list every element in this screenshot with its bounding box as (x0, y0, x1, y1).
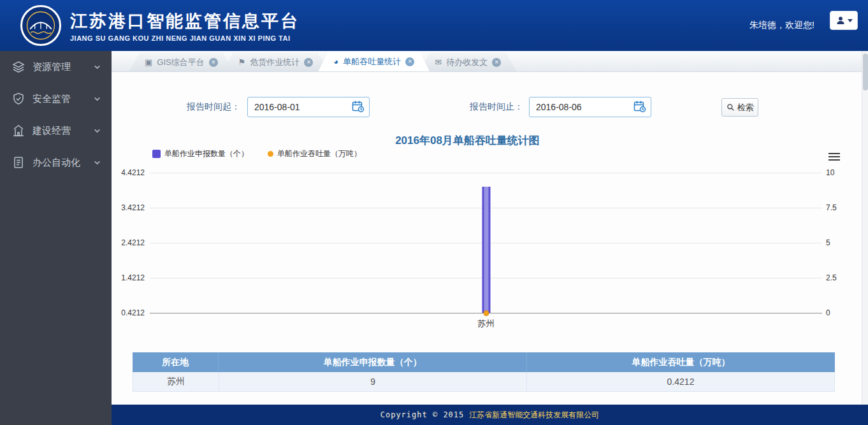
search-icon (727, 103, 735, 112)
left-axis-tick: 2.4212 (114, 238, 145, 247)
close-icon[interactable]: × (405, 57, 414, 66)
chevron-down-icon (93, 63, 101, 71)
left-axis-tick: 0.4212 (114, 308, 145, 317)
chart-toolbox-menu-icon[interactable] (828, 153, 840, 162)
layers-icon (11, 60, 25, 74)
company-name: 江苏省新通智能交通科技发展有限公司 (469, 410, 599, 421)
close-icon[interactable]: × (304, 58, 313, 67)
mail-icon: ✉ (435, 57, 442, 67)
sidebar-item-safety-supervision[interactable]: 安全监管 (0, 83, 112, 115)
sidebar-item-office-automation[interactable]: 办公自动化 (0, 147, 112, 178)
table-header-row: 所在地 单船作业申报数量（个） 单船作业吞吐量（万吨） (133, 352, 835, 372)
report-start-label: 报告时间起： (187, 101, 240, 113)
tab-gis-platform[interactable]: ▣ GIS综合平台 × (129, 53, 233, 71)
main-content: ▣ GIS综合平台 × ⚑ 危货作业统计 × ◕ 单船吞吐量统计 × ✉ 待办收… (112, 51, 868, 405)
left-axis-tick: 4.4212 (114, 168, 145, 177)
filter-bar: 报告时间起： 报告时间止： 检索 (112, 97, 868, 117)
user-menu-button[interactable] (830, 11, 858, 30)
shield-icon (11, 92, 25, 106)
right-axis-tick: 10 (826, 168, 850, 177)
right-axis-tick: 0 (826, 308, 850, 317)
table-cell-declared-count: 9 (219, 372, 526, 391)
close-icon[interactable]: × (209, 58, 218, 67)
calendar-icon[interactable] (632, 99, 648, 115)
bar-swatch (152, 150, 161, 158)
right-axis-tick: 2.5 (826, 273, 850, 282)
pie-chart-icon: ◕ (333, 57, 338, 66)
table-row[interactable]: 苏州 9 0.4212 (133, 372, 835, 392)
page-footer: Copyright © 2015 江苏省新通智能交通科技发展有限公司 (112, 405, 868, 425)
legend-item-throughput[interactable]: 单船作业吞吐量（万吨） (268, 148, 361, 159)
sidebar-item-label: 办公自动化 (33, 157, 80, 169)
chevron-down-icon (848, 19, 853, 22)
table-cell-location: 苏州 (133, 372, 219, 391)
copyright-text: Copyright © 2015 (380, 410, 465, 419)
sidebar-item-label: 资源管理 (33, 61, 71, 73)
vertical-scrollbar[interactable] (862, 51, 868, 405)
table-header-cell: 单船作业吞吐量（万吨） (526, 352, 835, 372)
app-subtitle: JIANG SU GANG KOU ZHI NENG JIAN GUAN XIN… (70, 34, 300, 42)
chart-title: 2016年08月单船吞吐量统计图 (112, 133, 823, 148)
document-icon (11, 155, 25, 169)
title-block: 江苏港口智能监管信息平台 JIANG SU GANG KOU ZHI NENG … (70, 10, 300, 42)
scrollbar-thumb[interactable] (863, 54, 868, 90)
tab-single-ship-throughput[interactable]: ◕ 单船吞吐量统计 × (318, 52, 430, 71)
legend-label: 单船作业吞吐量（万吨） (277, 148, 361, 159)
tab-label: 待办收发文 (446, 57, 488, 68)
search-button[interactable]: 检索 (721, 98, 758, 117)
logo-emblem-icon (23, 8, 59, 43)
table-cell-throughput: 0.4212 (526, 372, 834, 391)
sidebar-item-label: 安全监管 (33, 93, 71, 105)
legend-item-declared-count[interactable]: 单船作业申报数量（个） (152, 148, 249, 159)
close-icon[interactable]: × (492, 58, 501, 67)
app-header: 江苏港口智能监管信息平台 JIANG SU GANG KOU ZHI NENG … (0, 0, 868, 51)
tab-pending-documents[interactable]: ✉ 待办收发文 × (419, 53, 516, 71)
tab-label: 危货作业统计 (250, 57, 300, 68)
calendar-icon[interactable] (350, 99, 366, 115)
welcome-text: 朱培德，欢迎您! (749, 20, 814, 31)
app-title: 江苏港口智能监管信息平台 (70, 10, 300, 32)
tab-label: GIS综合平台 (157, 57, 204, 68)
chevron-down-icon (93, 95, 101, 103)
flag-icon: ⚑ (238, 57, 246, 67)
tab-dangerous-cargo-stats[interactable]: ⚑ 危货作业统计 × (223, 53, 329, 71)
chevron-down-icon (93, 127, 101, 135)
chart-plot-area: 4.4212 3.4212 2.4212 1.4212 0.4212 10 7.… (150, 173, 822, 313)
platform-logo (20, 5, 61, 46)
sidebar-item-resource-management[interactable]: 资源管理 (0, 51, 112, 83)
user-icon (835, 15, 846, 25)
table-header-cell: 单船作业申报数量（个） (218, 352, 526, 372)
x-axis-category-label: 苏州 (478, 318, 495, 329)
bar[interactable] (482, 187, 490, 313)
report-end-label: 报告时间止： (470, 101, 523, 113)
map-icon: ▣ (145, 57, 152, 67)
tab-label: 单船吞吐量统计 (343, 56, 401, 68)
sidebar-item-label: 建设经营 (33, 125, 71, 137)
left-axis-tick: 3.4212 (114, 203, 145, 212)
scatter-point[interactable] (483, 310, 489, 316)
search-button-label: 检索 (737, 102, 754, 113)
sidebar-nav: 资源管理 安全监管 建设经营 办公自动化 (0, 51, 112, 425)
right-axis-tick: 7.5 (826, 203, 850, 212)
left-axis-tick: 1.4212 (114, 273, 145, 282)
legend-label: 单船作业申报数量（个） (164, 148, 249, 159)
building-icon (11, 124, 25, 138)
dot-swatch (268, 151, 273, 157)
right-axis-tick: 5 (826, 238, 850, 247)
sidebar-item-construction-operation[interactable]: 建设经营 (0, 115, 112, 147)
table-header-cell: 所在地 (133, 352, 218, 372)
gridline (150, 173, 822, 173)
chart-legend: 单船作业申报数量（个） 单船作业吞吐量（万吨） (152, 148, 361, 159)
chevron-down-icon (93, 159, 101, 167)
result-table: 所在地 单船作业申报数量（个） 单船作业吞吐量（万吨） 苏州 9 0.4212 (133, 352, 835, 392)
tab-bar: ▣ GIS综合平台 × ⚑ 危货作业统计 × ◕ 单船吞吐量统计 × ✉ 待办收… (112, 51, 862, 72)
